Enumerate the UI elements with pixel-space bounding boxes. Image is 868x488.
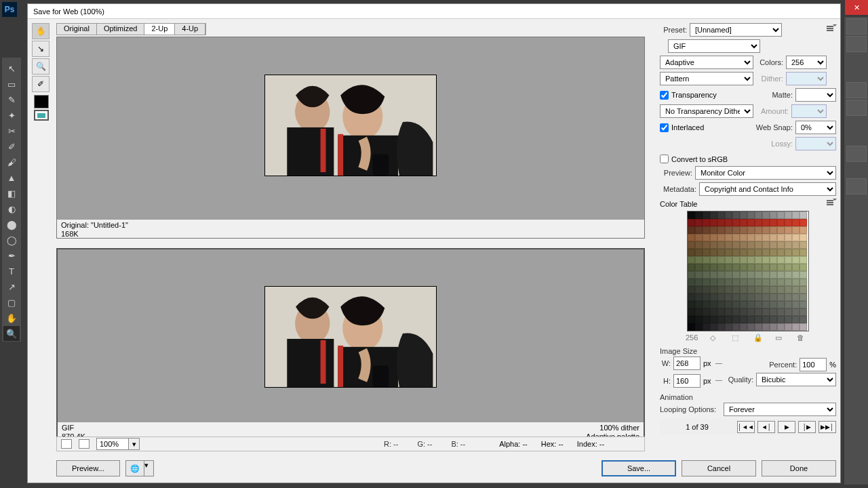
preset-menu-icon[interactable] <box>827 26 836 34</box>
path-tool-icon[interactable]: ↗ <box>3 279 20 294</box>
tab-4up[interactable]: 4-Up <box>175 24 205 35</box>
websnap-select[interactable]: 0% <box>795 121 836 134</box>
preset-select[interactable]: [Unnamed] <box>690 23 782 37</box>
px-label: px <box>703 377 711 385</box>
optimized-preview-pane[interactable]: GIF 870.4K 158 sec @ 56.6 Kbps 100% dith… <box>56 248 645 450</box>
preview-button[interactable]: Preview... <box>56 460 120 476</box>
gradient-tool-icon[interactable]: ◐ <box>3 201 20 216</box>
dither-label: Dither: <box>756 75 783 83</box>
color-reduction-select[interactable]: Adaptive <box>660 56 753 69</box>
pen-tool-icon[interactable]: ✒ <box>3 248 20 263</box>
dither-method-select[interactable]: Pattern <box>660 72 753 85</box>
window-close-button[interactable]: ✕ <box>845 0 868 15</box>
move-tool-icon[interactable]: ↖ <box>3 61 20 76</box>
width-label: W: <box>660 359 671 367</box>
matte-select[interactable] <box>795 88 836 102</box>
lossy-label: Lossy: <box>766 140 793 148</box>
color-table-menu-icon[interactable] <box>827 200 836 208</box>
constrain-proportions-icon[interactable] <box>715 363 722 381</box>
color-table-section: Color Table 256 ◇ ⬚ 🔒 ▭ 🗑 <box>660 200 836 342</box>
transparency-dither-select[interactable]: No Transparency Dither <box>660 104 753 118</box>
browser-dropdown-icon[interactable]: ▾ <box>144 460 154 476</box>
svg-rect-2 <box>287 127 334 176</box>
prev-frame-button[interactable]: ◄│ <box>757 421 775 433</box>
hand-tool-icon[interactable]: ✋ <box>3 310 20 325</box>
panel-icon[interactable] <box>846 100 867 116</box>
tab-original[interactable]: Original <box>57 24 97 35</box>
brush-tool-icon[interactable]: 🖌 <box>3 155 20 169</box>
zoom-level-field[interactable]: 100% <box>96 438 129 450</box>
last-frame-button[interactable]: ▶▶│ <box>818 421 836 433</box>
quality-select[interactable]: Bicubic <box>756 373 836 386</box>
height-input[interactable] <box>673 374 701 388</box>
percent-label: Percent: <box>769 361 797 369</box>
status-bar: 100% ▾ R: -- G: -- B: -- Alpha: -- Hex: … <box>56 436 645 451</box>
ct-icon[interactable]: ⬚ <box>732 333 741 342</box>
slice-select-tool-icon[interactable]: ↘ <box>32 41 50 57</box>
eyedropper-color-swatch[interactable] <box>34 95 49 108</box>
show-slices-icon[interactable] <box>79 439 90 449</box>
zoom-tool-icon[interactable]: 🔍 <box>32 58 50 75</box>
percent-input[interactable] <box>800 358 827 371</box>
width-input[interactable] <box>673 357 701 370</box>
height-label: H: <box>660 377 671 385</box>
panel-icon[interactable] <box>846 178 867 195</box>
original-preview-thumbnail <box>264 75 437 176</box>
zoom-dropdown-icon[interactable]: ▾ <box>129 438 140 450</box>
color-count-label: 256 <box>686 333 698 342</box>
tab-2up[interactable]: 2-Up <box>144 24 175 35</box>
eraser-tool-icon[interactable]: ◧ <box>3 186 20 201</box>
panel-icon[interactable] <box>846 18 867 35</box>
marquee-tool-icon[interactable]: ▭ <box>3 77 20 92</box>
eyedropper-tool-icon[interactable]: ✐ <box>3 139 20 154</box>
ct-trash-icon[interactable]: 🗑 <box>797 333 806 342</box>
panel-icon[interactable] <box>846 36 867 52</box>
color-table-grid[interactable] <box>687 211 809 331</box>
px-label: px <box>703 359 711 367</box>
ct-lock-icon[interactable]: 🔒 <box>753 333 763 342</box>
settings-panel: Preset: [Unnamed] GIF Adaptive Colors: 2… <box>660 23 836 479</box>
metadata-select[interactable]: Copyright and Contact Info <box>699 182 836 196</box>
convert-srgb-checkbox[interactable]: Convert to sRGB <box>660 155 728 163</box>
crop-tool-icon[interactable]: ✂ <box>3 123 20 138</box>
frame-indicator: 1 of 39 <box>660 423 734 431</box>
next-frame-button[interactable]: │▶ <box>798 421 816 433</box>
metadata-label: Metadata: <box>660 185 696 193</box>
format-select[interactable]: GIF <box>668 39 760 53</box>
panel-icon[interactable] <box>846 82 867 98</box>
original-preview-pane[interactable]: Original: "Untitled-1" 168K <box>56 37 645 239</box>
slice-visibility-toggle[interactable] <box>34 110 49 121</box>
ct-icon[interactable]: ◇ <box>710 333 719 342</box>
interlaced-checkbox[interactable]: Interlaced <box>660 123 704 132</box>
lasso-tool-icon[interactable]: ✎ <box>3 92 20 107</box>
photoshop-left-toolbar: ↖ ▭ ✎ ✦ ✂ ✐ 🖌 ▲ ◧ ◐ ⬤ ◯ ✒ T ↗ ▢ ✋ 🔍 <box>2 58 21 342</box>
play-button[interactable]: ▶ <box>778 421 795 433</box>
hide-slices-icon[interactable] <box>61 439 72 449</box>
blur-tool-icon[interactable]: ⬤ <box>3 217 20 232</box>
stamp-tool-icon[interactable]: ▲ <box>3 170 20 185</box>
preset-label: Preset: <box>660 26 687 34</box>
shape-tool-icon[interactable]: ▢ <box>3 295 20 310</box>
transparency-checkbox[interactable]: Transparency <box>660 91 717 100</box>
preview-select[interactable]: Monitor Color <box>695 166 836 180</box>
optimized-preview-thumbnail <box>264 286 437 388</box>
photoshop-right-panels <box>844 17 868 485</box>
first-frame-button[interactable]: │◄◄ <box>737 421 755 433</box>
color-table-label: Color Table <box>660 200 697 208</box>
wand-tool-icon[interactable]: ✦ <box>3 108 20 123</box>
type-tool-icon[interactable]: T <box>3 264 20 279</box>
svg-rect-10 <box>287 339 334 387</box>
browser-preview-icon[interactable]: 🌐 <box>125 460 144 476</box>
panel-icon[interactable] <box>846 146 867 162</box>
dodge-tool-icon[interactable]: ◯ <box>3 232 20 247</box>
hand-tool-icon[interactable]: ✋ <box>32 23 50 39</box>
ct-new-icon[interactable]: ▭ <box>775 333 785 342</box>
eyedropper-tool-icon[interactable]: ✐ <box>32 76 50 92</box>
looping-select[interactable]: Forever <box>724 403 836 416</box>
transparency-amount-select <box>791 104 827 118</box>
colors-select[interactable]: 256 <box>786 56 827 69</box>
looping-label: Looping Options: <box>660 405 721 413</box>
tab-optimized[interactable]: Optimized <box>97 24 145 35</box>
zoom-tool-icon[interactable]: 🔍 <box>3 326 20 341</box>
preview-area: Original: "Untitled-1" 168K <box>56 37 645 451</box>
